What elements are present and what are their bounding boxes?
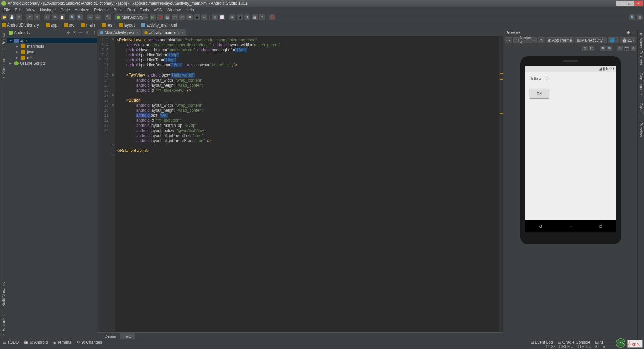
structure-tab[interactable]: 7: Structure [1,56,6,80]
memory-tool[interactable]: ▤ M [595,340,603,345]
vcs-commit-icon[interactable]: VCS [179,14,185,20]
toolwindows-icon[interactable]: ▦ [637,14,643,20]
maximize-button[interactable]: ▭ [625,1,634,6]
copy-icon[interactable]: ⧉ [52,14,58,20]
crumb-app[interactable]: app [46,23,57,28]
home-nav-icon[interactable]: ○ [570,224,572,229]
menu-analyze[interactable]: Analyze [72,8,92,12]
locale-icon[interactable]: 🌐▾ [608,37,619,43]
minimize-button[interactable]: — [616,1,625,6]
make-icon[interactable]: 🔨 [105,14,111,20]
stop-process-icon[interactable]: 🚫 [269,14,275,20]
run-config-dropdown[interactable]: MainActivity [115,14,148,20]
back-nav-icon[interactable]: ◁ [539,224,542,229]
zoom-fit-icon[interactable]: ⊡ [582,46,588,51]
git-branch[interactable]: Git: m [594,344,605,349]
sync-gradle-icon[interactable]: ⊕ [229,14,235,20]
sync-icon[interactable]: ⟳ [16,14,22,20]
revert-icon[interactable]: ↩ [201,14,207,20]
scroll-from-source-icon[interactable]: ⊙ [66,30,71,35]
close-button[interactable]: ✕ [634,1,643,6]
design-tab[interactable]: Design [101,333,120,339]
error-stripe[interactable] [499,36,503,332]
encoding[interactable]: UTF-8 ‡ [576,344,591,349]
menu-navigate[interactable]: Navigate [38,8,58,12]
crumb-main[interactable]: main [81,23,95,28]
tree-manifests[interactable]: ▶manifests [7,43,97,49]
todo-tool[interactable]: ▤ TODO [3,340,19,345]
tree-gradle[interactable]: ▶Gradle Scripts [7,60,97,66]
stop-icon[interactable]: ⏹ [186,14,193,20]
preview-side-tab[interactable]: Preview [638,121,644,138]
tree-res[interactable]: ▶res [7,55,97,60]
help-icon[interactable]: ? [259,14,265,20]
menu-window[interactable]: Window [164,8,183,12]
commander-tab[interactable]: Commander [638,71,644,96]
ok-button[interactable]: OK [530,89,549,99]
save-icon[interactable]: 💾 [9,14,15,20]
crumb-project[interactable]: AndroidDictionary [2,23,39,28]
preview-gear-icon[interactable]: ⚙ [627,30,630,35]
terminal-tool[interactable]: ▣ Terminal [53,340,72,345]
project-view-mode[interactable]: Android ▾ [14,30,65,35]
device-selector[interactable]: ▫▾ [505,37,512,43]
recent-nav-icon[interactable]: □ [600,224,602,229]
menu-run[interactable]: Run [125,8,137,12]
line-separator[interactable]: CRLF ‡ [559,344,573,349]
cut-icon[interactable]: ✂ [44,14,50,20]
build-variants-tab[interactable]: Build Variants [1,281,6,308]
setting-icon[interactable]: ⬆ [244,14,250,20]
run-icon[interactable]: ▶ [150,14,156,20]
activity-dropdown[interactable]: ▦ MainActivity▾ [575,37,607,43]
menu-view[interactable]: View [24,8,38,12]
text-tab[interactable]: Text [120,333,135,339]
changes-tool[interactable]: ⟳ 9: Changes [77,340,102,345]
avd-icon[interactable]: 📱 [194,14,200,20]
menu-build[interactable]: Build [111,8,125,12]
event-log-tool[interactable]: ▤ Event Log [530,340,553,345]
refresh-icon[interactable]: ⟳ [617,46,623,51]
hide-icon[interactable]: ➖ [78,30,83,35]
android-icon[interactable]: 🤖 [252,14,258,20]
close-tab-icon[interactable]: × [136,31,138,35]
undo-icon[interactable]: ↶ [26,14,33,20]
cursor-position[interactable]: 11:38 [546,344,556,349]
crumb-layout[interactable]: layout [119,23,135,28]
crumb-src[interactable]: src [64,23,74,28]
tree-app[interactable]: ▼app [7,38,97,43]
memory-indicator[interactable]: 67% [616,338,625,348]
back-icon[interactable]: ⇦ [87,14,93,20]
attach-icon[interactable]: ⬓ [164,14,170,20]
favorites-tab[interactable]: 2: Favorites [1,313,6,337]
debug-icon[interactable]: 🐞 [157,14,163,20]
zoom-in-icon[interactable]: 🔍 [600,46,606,51]
replace-icon[interactable]: 🔍 [77,14,83,20]
menu-vcs[interactable]: VCS [151,8,164,12]
android-tool[interactable]: 🤖 6: Android [23,340,48,345]
find-icon[interactable]: 🔍 [69,14,75,20]
code-content[interactable]: <RelativeLayout xmlns:android="http://sc… [115,36,499,332]
sdk-icon[interactable]: ⊞ [212,14,218,20]
menu-help[interactable]: Help [183,8,196,12]
device-icon[interactable]: 📱 [237,14,243,20]
menu-tools[interactable]: Tools [137,8,151,12]
device-dropdown[interactable]: ▢ Nexus 4▾ [513,37,537,43]
project-tab[interactable]: 1: Project [1,32,6,51]
zoom-actual-icon[interactable]: 1:1 [589,46,594,51]
menu-edit[interactable]: Edit [12,8,24,12]
orientation-icon[interactable]: ⟳ [538,37,545,43]
menu-code[interactable]: Code [58,8,72,12]
open-icon[interactable]: 📂 [1,14,7,20]
vcs-update-icon[interactable]: VCS [172,14,178,20]
redo-icon[interactable]: ↷ [34,14,40,20]
code-editor[interactable]: 1 2 3 4 5 6 7 8 9 10 11 12 13 14 15 16 1… [97,36,503,332]
tab-mainactivity[interactable]: MainActivity.java× [97,29,141,36]
monitor-icon[interactable]: 📊 [219,14,225,20]
menu-file[interactable]: File [1,8,12,12]
maven-tab[interactable]: m Maven Projects [638,32,644,66]
device-screen[interactable]: ◢ ▮ 5:00 Hello world! OK ◁ ○ □ [525,66,616,232]
crumb-file[interactable]: activity_main.xml [141,23,177,28]
search-everywhere-icon[interactable]: 🔍 [629,14,635,20]
tab-activity-main[interactable]: activity_main.xml× [142,29,186,36]
forward-icon[interactable]: ⇨ [95,14,101,20]
